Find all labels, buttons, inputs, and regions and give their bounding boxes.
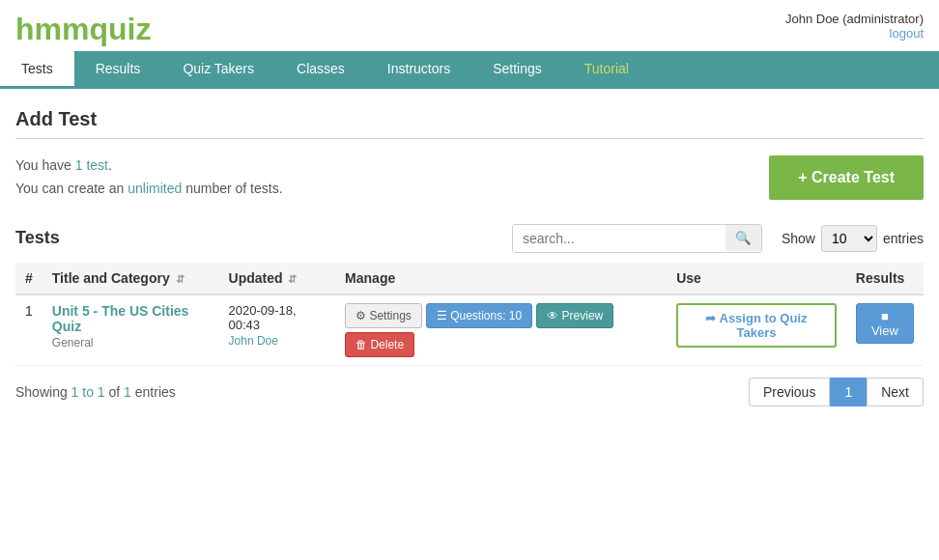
tests-table: # Title and Category ⇵ Updated ⇵ Manage … [15, 263, 924, 366]
col-results: Results [846, 263, 924, 294]
search-box: 🔍 [512, 224, 762, 253]
showing-range[interactable]: 1 to 1 [71, 384, 105, 400]
nav-item-quiz-takers[interactable]: Quiz Takers [161, 51, 275, 89]
create-test-button[interactable]: + Create Test [769, 155, 924, 200]
action-buttons: ⚙ Settings ☰ Questions: 10 👁 Preview 🗑 D… [345, 303, 657, 357]
section-title: Tests [15, 228, 60, 248]
page-title: Add Test [15, 108, 924, 130]
header: hmmquiz John Doe (administrator) logout [0, 0, 939, 51]
assign-quiz-takers-button[interactable]: ➦ Assign to Quiz Takers [676, 303, 837, 348]
search-button[interactable]: 🔍 [726, 225, 761, 251]
previous-button[interactable]: Previous [749, 378, 830, 406]
row-updated-cell: 2020-09-18, 00:43 John Doe [219, 294, 336, 366]
user-info: John Doe (administrator) logout [785, 12, 924, 41]
username: John Doe (administrator) [785, 12, 924, 26]
nav-item-tutorial[interactable]: Tutorial [563, 51, 650, 89]
row-manage-cell: ⚙ Settings ☰ Questions: 10 👁 Preview 🗑 D… [335, 294, 667, 366]
section-header: Tests 🔍 Show 10 25 50 100 entries [15, 224, 924, 253]
nav-item-classes[interactable]: Classes [275, 51, 366, 89]
test-title-link[interactable]: Unit 5 - The US Cities Quiz [52, 303, 189, 334]
preview-button[interactable]: 👁 Preview [536, 303, 613, 328]
logo-hmm: hmm [15, 12, 89, 46]
logo-quiz: quiz [89, 12, 151, 46]
table-header-row: # Title and Category ⇵ Updated ⇵ Manage … [15, 263, 924, 294]
col-updated: Updated ⇵ [219, 263, 336, 294]
content: Add Test You have 1 test. You can create… [0, 89, 939, 426]
show-label: Show [782, 231, 815, 246]
summary-text: You have 1 test. You can create an unlim… [15, 154, 283, 201]
summary-row: You have 1 test. You can create an unlim… [15, 154, 924, 201]
table-row: 1 Unit 5 - The US Cities Quiz General 20… [15, 294, 924, 366]
questions-button[interactable]: ☰ Questions: 10 [426, 303, 532, 328]
nav-item-tests[interactable]: Tests [0, 51, 74, 89]
show-entries: Show 10 25 50 100 entries [782, 225, 924, 252]
settings-button[interactable]: ⚙ Settings [345, 303, 422, 328]
page-1-button[interactable]: 1 [830, 378, 867, 406]
summary-line1: You have 1 test. [15, 154, 283, 178]
updated-date: 2020-09-18, 00:43 [229, 303, 327, 332]
pagination-row: Showing 1 to 1 of 1 entries Previous 1 N… [15, 378, 924, 406]
search-and-show: 🔍 Show 10 25 50 100 entries [512, 224, 924, 253]
entries-label: entries [883, 231, 924, 246]
row-title-cell: Unit 5 - The US Cities Quiz General [43, 294, 219, 366]
nav-item-results[interactable]: Results [74, 51, 162, 89]
showing-total[interactable]: 1 [124, 384, 131, 400]
logo: hmmquiz [15, 12, 151, 47]
col-manage: Manage [335, 263, 667, 294]
nav: Tests Results Quiz Takers Classes Instru… [0, 51, 939, 89]
title-divider [15, 138, 924, 139]
nav-item-settings[interactable]: Settings [471, 51, 563, 89]
next-button[interactable]: Next [867, 378, 924, 406]
col-number: # [15, 263, 43, 294]
col-use: Use [667, 263, 846, 294]
test-count-link[interactable]: 1 test [75, 157, 108, 173]
nav-item-instructors[interactable]: Instructors [366, 51, 471, 89]
row-use-cell: ➦ Assign to Quiz Takers [667, 294, 846, 366]
unlimited-link[interactable]: unlimited [128, 181, 182, 196]
sort-title-icon[interactable]: ⇵ [176, 273, 185, 285]
delete-button[interactable]: 🗑 Delete [345, 332, 414, 357]
logout-link[interactable]: logout [785, 26, 924, 41]
updated-user: John Doe [229, 334, 327, 348]
row-number: 1 [15, 294, 43, 366]
test-category: General [52, 336, 210, 350]
pagination-buttons: Previous 1 Next [749, 378, 924, 406]
view-button[interactable]: ■ View [856, 303, 914, 344]
col-title: Title and Category ⇵ [43, 263, 219, 294]
row-results-cell: ■ View [846, 294, 924, 366]
sort-updated-icon[interactable]: ⇵ [288, 273, 297, 285]
entries-select[interactable]: 10 25 50 100 [821, 225, 877, 252]
summary-line2: You can create an unlimited number of te… [15, 178, 283, 201]
showing-text: Showing 1 to 1 of 1 entries [15, 384, 176, 400]
search-input[interactable] [513, 225, 726, 252]
